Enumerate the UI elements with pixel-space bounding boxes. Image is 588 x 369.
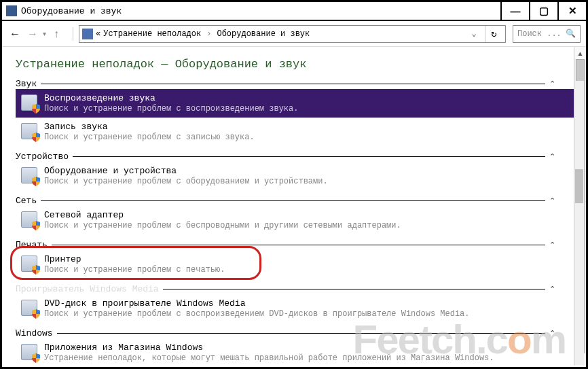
item-title: Оборудование и устройства	[44, 166, 328, 176]
collapse-chevron-icon[interactable]: ⌃	[549, 196, 560, 205]
titlebar: Оборудование и звук — ▢ ✕	[2, 2, 586, 21]
location-icon	[82, 29, 93, 39]
troubleshooter-item[interactable]: Приложения из Магазина WindowsУстранение…	[16, 338, 578, 366]
breadcrumb-separator: ›	[206, 29, 211, 39]
item-title: Сетевой адаптер	[44, 210, 401, 220]
outer-scrollbar[interactable]	[574, 81, 584, 365]
minimize-button[interactable]: —	[500, 1, 529, 20]
printer-icon	[20, 254, 39, 273]
section-header[interactable]: Звук⌃	[16, 79, 578, 89]
collapse-chevron-icon[interactable]: ⌃	[549, 285, 560, 294]
section-label: Проигрыватель Windows Media	[16, 284, 159, 294]
section-label: Устройство	[16, 152, 69, 162]
collapse-chevron-icon[interactable]: ⌃	[549, 241, 560, 249]
store-icon	[20, 342, 39, 362]
item-title: Приложения из Магазина Windows	[44, 342, 494, 353]
section-header[interactable]: Устройство⌃	[16, 152, 578, 162]
window-title: Оборудование и звук	[21, 6, 122, 16]
shield-icon	[32, 309, 40, 319]
shield-icon	[32, 133, 40, 142]
section-Печать: Печать⌃ПринтерПоиск и устранение проблем…	[16, 240, 578, 279]
section-label: Печать	[16, 240, 48, 250]
collapse-chevron-icon[interactable]: ⌃	[549, 80, 560, 88]
section-Проигрыватель Windows Media: Проигрыватель Windows Media⌃DVD-диск в п…	[16, 284, 578, 323]
forward-button[interactable]: →	[25, 27, 40, 41]
shield-icon	[32, 265, 40, 275]
refresh-button[interactable]: ↻	[485, 26, 502, 42]
section-label: Windows	[16, 328, 53, 338]
speaker-icon	[20, 93, 39, 112]
section-header[interactable]: Windows⌃	[16, 328, 578, 338]
address-bar[interactable]: « Устранение неполадок › Оборудование и …	[79, 25, 506, 43]
up-button[interactable]: ↑	[54, 28, 67, 40]
collapse-chevron-icon[interactable]: ⌃	[549, 329, 560, 338]
search-input[interactable]: Поиск ... 🔍	[513, 25, 581, 43]
item-description: Поиск и устранение проблем с печатью.	[44, 265, 225, 275]
item-description: Устранение неполадок, которые могут меша…	[44, 353, 494, 363]
address-dropdown[interactable]: ⌄	[468, 29, 479, 39]
item-title: Запись звука	[44, 122, 255, 132]
section-header[interactable]: Сеть⌃	[16, 196, 578, 206]
section-Windows: Windows⌃Приложения из Магазина WindowsУс…	[16, 328, 578, 366]
shield-icon	[32, 104, 40, 113]
section-label: Звук	[16, 79, 37, 89]
toolbar: ← → ▾ ↑ « Устранение неполадок › Оборудо…	[2, 21, 586, 47]
back-button[interactable]: ←	[7, 27, 22, 41]
content-area: Устранение неполадок — Оборудование и зв…	[2, 47, 586, 366]
search-icon: 🔍	[566, 29, 576, 39]
page-title: Устранение неполадок — Оборудование и зв…	[16, 58, 578, 71]
collapse-chevron-icon[interactable]: ⌃	[549, 152, 560, 161]
section-header[interactable]: Печать⌃	[16, 240, 578, 250]
item-description: Поиск и устранение проблем с беспроводны…	[44, 221, 401, 230]
device-icon	[20, 166, 39, 185]
shield-icon	[32, 177, 40, 186]
search-placeholder: Поиск ...	[517, 29, 562, 39]
troubleshooter-item[interactable]: Запись звукаПоиск и устранение проблем с…	[16, 118, 578, 146]
section-Сеть: Сеть⌃Сетевой адаптерПоиск и устранение п…	[16, 196, 578, 234]
app-icon	[6, 5, 17, 16]
item-description: Поиск и устранение проблем с записью зву…	[44, 133, 255, 142]
microphone-icon	[20, 122, 39, 141]
breadcrumb-item-1[interactable]: Устранение неполадок	[103, 29, 201, 39]
troubleshooter-item[interactable]: Сетевой адаптерПоиск и устранение пробле…	[16, 206, 578, 234]
section-Устройство: Устройство⌃Оборудование и устройстваПоис…	[16, 152, 578, 190]
item-title: Принтер	[44, 254, 225, 264]
troubleshooter-item[interactable]: ПринтерПоиск и устранение проблем с печа…	[16, 250, 578, 279]
troubleshooter-item[interactable]: DVD-диск в проигрывателе Windows MediaПо…	[16, 294, 578, 323]
shield-icon	[32, 353, 40, 363]
section-Звук: Звук⌃Воспроизведение звукаПоиск и устран…	[16, 79, 578, 146]
shield-icon	[32, 221, 40, 230]
item-title: Воспроизведение звука	[44, 93, 298, 103]
history-dropdown[interactable]: ▾	[43, 30, 51, 37]
network-icon	[20, 210, 39, 229]
outer-scroll-thumb[interactable]	[575, 169, 583, 203]
troubleshooter-item[interactable]: Оборудование и устройстваПоиск и устране…	[16, 162, 578, 190]
item-description: Поиск и устранение проблем с оборудовани…	[44, 177, 328, 186]
troubleshooter-item[interactable]: Воспроизведение звукаПоиск и устранение …	[16, 89, 578, 118]
maximize-button[interactable]: ▢	[529, 1, 557, 20]
close-button[interactable]: ✕	[557, 1, 586, 20]
breadcrumb-item-2[interactable]: Оборудование и звук	[217, 29, 310, 39]
section-label: Сеть	[16, 196, 37, 206]
breadcrumb-prefix: «	[96, 29, 100, 39]
dvd-icon	[20, 298, 39, 317]
item-description: Поиск и устранение проблем с воспроизвед…	[44, 309, 470, 319]
section-header[interactable]: Проигрыватель Windows Media⌃	[16, 284, 578, 294]
scroll-up-button[interactable]: ▲	[574, 47, 586, 59]
item-title: DVD-диск в проигрывателе Windows Media	[44, 298, 470, 309]
item-description: Поиск и устранение проблем с воспроизвед…	[44, 104, 298, 113]
